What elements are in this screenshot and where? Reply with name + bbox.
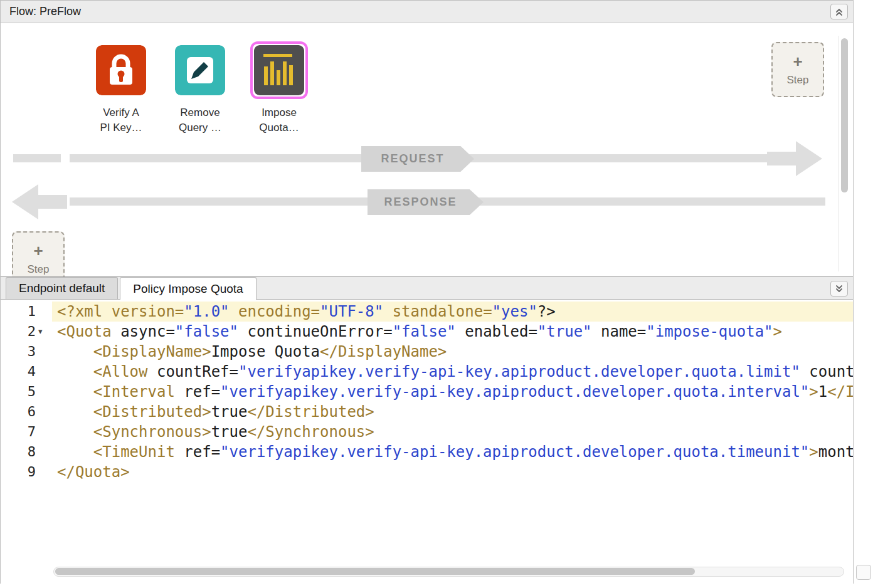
code-line[interactable]: 9</Quota> bbox=[1, 462, 853, 482]
horizontal-scrollbar[interactable] bbox=[53, 567, 844, 577]
line-number: 1 bbox=[1, 302, 36, 322]
code-line-text: </Quota> bbox=[52, 462, 853, 482]
code-line-text: <?xml version="1.0" encoding="UTF-8" sta… bbox=[52, 302, 853, 322]
flow-vertical-scrollbar[interactable] bbox=[839, 36, 848, 271]
line-gutter[interactable]: 1 bbox=[1, 302, 52, 322]
fold-spacer bbox=[36, 402, 52, 422]
editor-tabs-bar: Endpoint default Policy Impose Quota bbox=[1, 276, 853, 300]
code-line[interactable]: 7 <Synchronous>true</Synchronous> bbox=[1, 422, 853, 442]
line-gutter[interactable]: 6 bbox=[1, 402, 52, 422]
policy-impose-quota[interactable]: Impose Quota… bbox=[248, 41, 310, 135]
code-editor[interactable]: 1<?xml version="1.0" encoding="UTF-8" st… bbox=[1, 300, 853, 584]
fold-spacer bbox=[36, 342, 52, 362]
line-gutter[interactable]: 5 bbox=[1, 382, 52, 402]
code-line-text: <TimeUnit ref="verifyapikey.verify-api-k… bbox=[52, 442, 853, 462]
line-number: 5 bbox=[1, 382, 36, 402]
lock-icon bbox=[96, 45, 146, 95]
response-flow-row: RESPONSE bbox=[1, 189, 853, 226]
policy-label: Verify A PI Key… bbox=[100, 105, 142, 135]
policy-label: Remove Query … bbox=[179, 105, 221, 135]
right-gutter bbox=[854, 0, 873, 584]
policy-icon-frame bbox=[92, 41, 150, 99]
plus-icon: + bbox=[793, 53, 802, 70]
horizontal-scrollbar-thumb[interactable] bbox=[55, 568, 695, 575]
response-arrow-icon bbox=[12, 184, 67, 219]
policy-label-line1: Remove bbox=[179, 105, 221, 120]
line-gutter[interactable]: 7 bbox=[1, 422, 52, 442]
line-number: 2 bbox=[1, 322, 36, 342]
code-line[interactable]: 4 <Allow countRef="verifyapikey.verify-a… bbox=[1, 362, 853, 382]
policy-icon-frame bbox=[171, 41, 229, 99]
chevrons-up-icon bbox=[834, 7, 844, 17]
flow-canvas: Verify A PI Key… bbox=[1, 23, 853, 276]
tab-policy-impose-quota[interactable]: Policy Impose Quota bbox=[120, 277, 256, 300]
request-bar-segment bbox=[13, 154, 61, 162]
code-line[interactable]: 2▾<Quota async="false" continueOnError="… bbox=[1, 322, 853, 342]
line-number: 7 bbox=[1, 422, 36, 442]
policy-verify-api-key[interactable]: Verify A PI Key… bbox=[90, 41, 152, 135]
api-proxy-editor-window: Flow: PreFlow bbox=[0, 0, 873, 588]
add-step-button-request[interactable]: + Step bbox=[771, 42, 824, 97]
line-gutter[interactable]: 3 bbox=[1, 342, 52, 362]
policy-icon-frame-selected bbox=[250, 41, 308, 99]
plus-icon: + bbox=[33, 243, 43, 259]
flow-title: Flow: PreFlow bbox=[9, 5, 81, 18]
response-label-ribbon: RESPONSE bbox=[368, 189, 484, 215]
response-label: RESPONSE bbox=[384, 196, 457, 209]
flow-vertical-scrollbar-thumb[interactable] bbox=[841, 38, 848, 192]
code-lines: 1<?xml version="1.0" encoding="UTF-8" st… bbox=[1, 300, 853, 482]
policy-icon-area bbox=[92, 41, 150, 100]
code-line[interactable]: 3 <DisplayName>Impose Quota</DisplayName… bbox=[1, 342, 853, 362]
line-number: 8 bbox=[1, 442, 36, 462]
policy-label-line2: Query … bbox=[179, 120, 221, 135]
add-step-button-response[interactable]: + Step bbox=[12, 231, 65, 276]
flow-collapse-button[interactable] bbox=[830, 4, 848, 19]
policy-label: Impose Quota… bbox=[259, 105, 299, 135]
code-line-text: <Quota async="false" continueOnError="fa… bbox=[52, 322, 853, 342]
tab-label: Endpoint default bbox=[19, 281, 105, 295]
code-line-text: <Allow countRef="verifyapikey.verify-api… bbox=[52, 362, 853, 382]
policy-remove-query[interactable]: Remove Query … bbox=[169, 41, 231, 135]
editor-collapse-button[interactable] bbox=[830, 281, 848, 297]
policy-label-line1: Impose bbox=[259, 105, 299, 120]
fold-spacer bbox=[36, 362, 52, 382]
fold-spacer bbox=[36, 442, 52, 462]
bar-chart-icon bbox=[254, 45, 304, 95]
flow-titlebar: Flow: PreFlow bbox=[1, 1, 853, 23]
code-line-text: <DisplayName>Impose Quota</DisplayName> bbox=[52, 342, 853, 362]
policy-label-line2: PI Key… bbox=[100, 120, 142, 135]
line-gutter[interactable]: 8 bbox=[1, 442, 52, 462]
policy-list: Verify A PI Key… bbox=[90, 41, 310, 135]
code-line-text: <Distributed>true</Distributed> bbox=[52, 402, 853, 422]
request-label: REQUEST bbox=[381, 152, 444, 165]
line-gutter[interactable]: 9 bbox=[1, 462, 52, 482]
tab-endpoint-default[interactable]: Endpoint default bbox=[6, 277, 118, 299]
flow-panel: Flow: PreFlow bbox=[1, 1, 853, 276]
fold-toggle-icon[interactable]: ▾ bbox=[36, 322, 52, 342]
code-line[interactable]: 8 <TimeUnit ref="verifyapikey.verify-api… bbox=[1, 442, 853, 462]
line-number: 3 bbox=[1, 342, 36, 362]
chevrons-down-icon bbox=[834, 284, 844, 294]
main-pane: Flow: PreFlow bbox=[0, 0, 854, 584]
code-line[interactable]: 6 <Distributed>true</Distributed> bbox=[1, 402, 853, 422]
scroll-corner bbox=[856, 565, 871, 580]
add-step-label: Step bbox=[28, 263, 50, 276]
fold-spacer bbox=[36, 382, 52, 402]
tab-label: Policy Impose Quota bbox=[133, 282, 243, 296]
add-step-label: Step bbox=[787, 74, 809, 87]
code-line[interactable]: 1<?xml version="1.0" encoding="UTF-8" st… bbox=[1, 302, 853, 322]
request-flow-row: REQUEST bbox=[1, 146, 853, 182]
policy-icon-area bbox=[171, 41, 229, 100]
policy-label-line1: Verify A bbox=[100, 105, 142, 120]
fold-spacer bbox=[36, 462, 52, 482]
line-number: 6 bbox=[1, 402, 36, 422]
fold-spacer bbox=[36, 302, 52, 322]
policy-icon-area bbox=[250, 41, 308, 100]
code-line[interactable]: 5 <Interval ref="verifyapikey.verify-api… bbox=[1, 382, 853, 402]
code-line-text: <Interval ref="verifyapikey.verify-api-k… bbox=[52, 382, 853, 402]
line-number: 4 bbox=[1, 362, 36, 382]
request-label-ribbon: REQUEST bbox=[361, 146, 474, 172]
fold-spacer bbox=[36, 422, 52, 442]
line-gutter[interactable]: 4 bbox=[1, 362, 52, 382]
line-gutter[interactable]: 2▾ bbox=[1, 322, 52, 342]
